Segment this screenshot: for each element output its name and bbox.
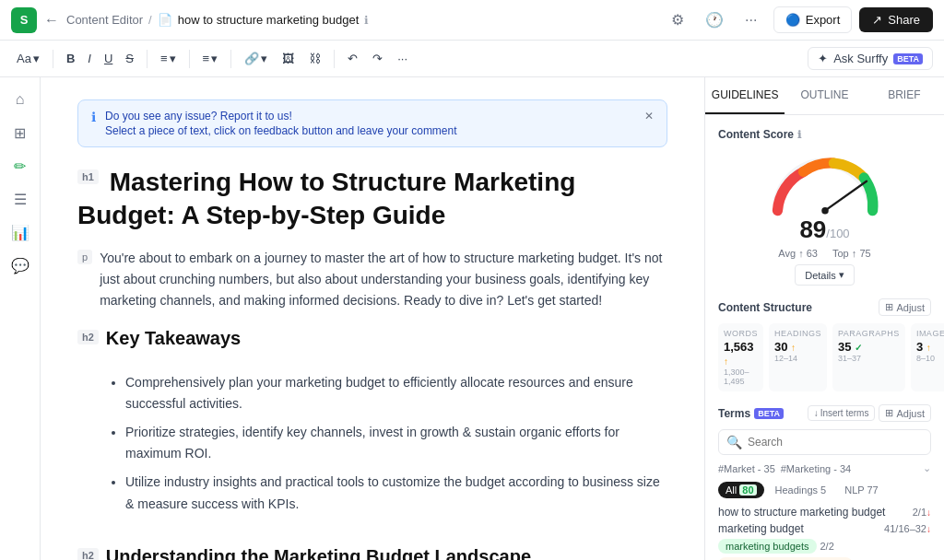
back-button[interactable]: ←: [44, 12, 59, 29]
h2-title-understanding[interactable]: Understanding the Marketing Budget Lands…: [106, 544, 531, 560]
terms-beta-badge: BETA: [754, 408, 784, 419]
avg-value: 63: [807, 248, 818, 259]
svg-line-0: [825, 181, 867, 211]
filter-headings-tab[interactable]: Headings 5: [768, 482, 834, 498]
headings-status: ↑: [791, 343, 796, 353]
sidebar-message-icon[interactable]: 💬: [6, 251, 35, 280]
export-button[interactable]: 🔵 Export: [773, 6, 853, 33]
tag-row: #Market - 35 #Marketing - 34 ⌄: [718, 462, 931, 474]
content-structure-section: Content Structure ⊞ Adjust WORDS 1,563 ↑…: [718, 298, 931, 391]
details-button[interactable]: Details ▾: [795, 264, 855, 286]
align-btn[interactable]: ≡ ▾: [155, 48, 182, 69]
tag-expand-btn[interactable]: ⌄: [923, 462, 931, 474]
doc-title[interactable]: Mastering How to Structure Marketing Bud…: [77, 168, 575, 229]
history-icon-btn[interactable]: 🕐: [700, 6, 729, 35]
info-icon[interactable]: ℹ: [364, 14, 369, 27]
redo-btn[interactable]: ↷: [367, 48, 388, 69]
notice-close-btn[interactable]: ✕: [644, 110, 654, 122]
score-label: Content Score ℹ: [718, 128, 931, 141]
editor-toolbar: Aa ▾ B I U S ≡ ▾ ≡ ▾ 🔗 ▾ 🖼 ⛓ ↶ ↷ ··· ✦ A…: [0, 41, 944, 77]
breadcrumb: Content Editor / 📄 how to structure mark…: [66, 13, 369, 27]
h1-label: h1: [77, 169, 99, 184]
italic-btn[interactable]: I: [82, 48, 97, 69]
ask-surffy-btn[interactable]: ✦ Ask Surffy BETA: [808, 47, 933, 70]
right-panel: GUIDELINES OUTLINE BRIEF Content Score ℹ: [704, 77, 944, 560]
search-input[interactable]: [748, 436, 923, 449]
cs-words: WORDS 1,563 ↑ 1,300–1,495: [718, 323, 763, 391]
link-btn[interactable]: 🔗 ▾: [239, 48, 273, 69]
intro-para: p You're about to embark on a journey to…: [77, 248, 667, 311]
terms-adjust-btn[interactable]: ⊞ Adjust: [879, 404, 931, 422]
term-tag: marketing budgets: [718, 539, 817, 554]
gauge-stats: Avg ↑ 63 Top ↑ 75: [718, 248, 931, 259]
term-count: 41/16–32: [884, 523, 926, 534]
bold-btn[interactable]: B: [61, 48, 80, 69]
filter-tabs: All 80 Headings 5 NLP 77: [718, 482, 931, 498]
score-info-icon[interactable]: ℹ: [797, 129, 801, 141]
notice-text: Do you see any issue? Report it to us!: [105, 110, 457, 122]
top-stat: Top ↑ 75: [832, 248, 871, 259]
term-item: how to structure marketing budget 2/1 ↓: [718, 506, 931, 519]
intro-text[interactable]: You're about to embark on a journey to m…: [100, 248, 667, 311]
term-item: marketing budgets 2/2: [718, 539, 931, 554]
bullet-item: Utilize industry insights and practical …: [125, 472, 667, 514]
score-gauge: [761, 150, 890, 219]
share-button[interactable]: ↗ Share: [859, 7, 933, 32]
svg-point-1: [821, 207, 829, 215]
term-list: how to structure marketing budget 2/1 ↓ …: [718, 506, 931, 560]
h2-label-understanding: h2: [77, 548, 99, 560]
underline-btn[interactable]: U: [99, 48, 118, 69]
sidebar-home-icon[interactable]: ⌂: [6, 85, 35, 114]
terms-header: Terms BETA ↓ Insert terms ⊞ Adjust: [718, 404, 931, 422]
cs-paragraphs: PARAGRAPHS 35 ✓ 31–37: [832, 323, 905, 391]
wp-icon: 🔵: [785, 13, 800, 27]
settings-icon-btn[interactable]: ⚙: [663, 6, 692, 35]
h2-key-takeaways: h2 Key Takeaways: [77, 326, 667, 350]
tab-guidelines[interactable]: GUIDELINES: [705, 77, 785, 114]
breadcrumb-separator: /: [148, 13, 152, 27]
editor-area[interactable]: ℹ Do you see any issue? Report it to us!…: [41, 77, 704, 560]
share-icon: ↗: [872, 13, 882, 27]
chain-btn[interactable]: ⛓: [303, 48, 326, 69]
sidebar-edit-icon[interactable]: ✏: [6, 151, 35, 181]
more-btn[interactable]: ···: [392, 48, 413, 69]
cs-adjust-btn[interactable]: ⊞ Adjust: [879, 298, 931, 316]
term-count: 2/1: [913, 507, 926, 518]
h2-title-takeaways[interactable]: Key Takeaways: [106, 326, 241, 350]
tab-brief[interactable]: BRIEF: [865, 77, 944, 114]
bullet-section: Comprehensively plan your marketing budg…: [77, 365, 667, 530]
score-max: /100: [826, 227, 849, 240]
cs-grid: WORDS 1,563 ↑ 1,300–1,495 HEADINGS 30 ↑ …: [718, 323, 931, 391]
filter-nlp-tab[interactable]: NLP 77: [837, 482, 886, 498]
takeaways-list: Comprehensively plan your marketing budg…: [125, 372, 667, 522]
font-group: Aa ▾: [11, 48, 45, 69]
images-status: ↑: [926, 343, 931, 353]
terms-actions: ↓ Insert terms ⊞ Adjust: [808, 404, 931, 422]
breadcrumb-root[interactable]: Content Editor: [66, 13, 143, 27]
chevron-down-icon: ▾: [839, 269, 844, 281]
headings-count: 5: [820, 484, 826, 496]
words-status: ↑: [724, 356, 728, 367]
avg-label: Avg: [778, 248, 796, 259]
list-btn[interactable]: ≡ ▾: [197, 48, 224, 69]
sidebar-chart-icon[interactable]: 📊: [6, 217, 35, 247]
term-item: marketing budget 41/16–32 ↓: [718, 522, 931, 535]
h1-block: h1 Mastering How to Structure Marketing …: [77, 166, 667, 233]
sidebar-list-icon[interactable]: ☰: [6, 184, 35, 214]
font-size-btn[interactable]: Aa ▾: [11, 48, 45, 69]
notice-icon: ℹ: [91, 110, 96, 124]
tab-outline[interactable]: OUTLINE: [785, 77, 864, 114]
tag-marketing: #Marketing - 34: [781, 463, 851, 474]
strikethrough-btn[interactable]: S: [120, 48, 139, 69]
top-actions: ⚙ 🕐 ··· 🔵 Export ↗ Share: [663, 6, 933, 35]
insert-terms-btn[interactable]: ↓ Insert terms: [808, 405, 876, 421]
paragraphs-status: ✓: [855, 343, 862, 353]
h2-label-takeaways: h2: [77, 330, 99, 344]
sidebar-grid-icon[interactable]: ⊞: [6, 118, 35, 147]
terms-search-box[interactable]: 🔍: [718, 429, 931, 455]
undo-btn[interactable]: ↶: [342, 48, 363, 69]
nlp-count: 77: [867, 484, 878, 496]
filter-all-tab[interactable]: All 80: [718, 482, 764, 498]
image-btn[interactable]: 🖼: [277, 48, 300, 69]
more-icon-btn[interactable]: ···: [737, 6, 766, 35]
